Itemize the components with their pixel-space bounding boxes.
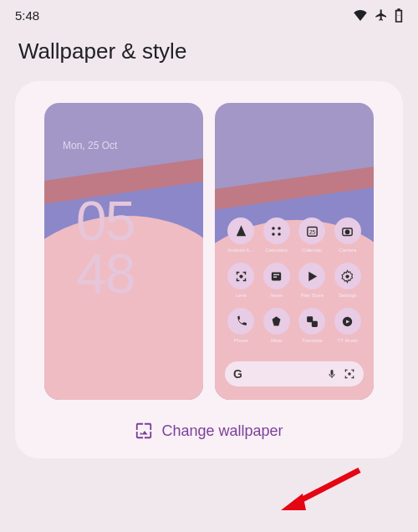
change-wallpaper-label: Change wallpaper <box>161 422 283 440</box>
app-item[interactable]: Camera <box>330 217 366 253</box>
app-item[interactable]: Calculator <box>259 217 295 253</box>
app-icon <box>263 308 290 335</box>
svg-rect-20 <box>273 276 277 277</box>
svg-point-33 <box>348 372 351 376</box>
svg-rect-32 <box>353 376 354 378</box>
svg-rect-0 <box>397 11 401 15</box>
app-item[interactable]: Translate <box>294 308 330 343</box>
svg-rect-23 <box>312 320 318 326</box>
app-label: Camera <box>339 248 356 253</box>
app-icon <box>298 263 325 289</box>
lock-clock: 05 48 <box>76 195 134 299</box>
annotation-arrow-icon <box>276 463 368 514</box>
mic-icon <box>327 368 337 380</box>
svg-rect-14 <box>237 278 237 281</box>
svg-rect-26 <box>345 370 346 372</box>
change-wallpaper-button[interactable]: Change wallpaper <box>33 422 385 440</box>
google-g-icon: G <box>233 367 242 381</box>
app-item[interactable]: YT Music <box>330 308 366 343</box>
app-label: YT Music <box>337 338 358 343</box>
svg-rect-12 <box>245 271 246 274</box>
svg-point-7 <box>345 229 350 234</box>
lock-date: Mon, 25 Oct <box>63 140 117 151</box>
app-label: Calendar <box>302 248 322 253</box>
svg-marker-35 <box>281 494 306 510</box>
airplane-icon <box>375 8 388 22</box>
app-item[interactable]: News <box>259 263 295 298</box>
svg-rect-30 <box>345 376 346 378</box>
app-grid: Android A…Calculator25CalendarCameraLens… <box>215 217 374 343</box>
page-title: Wallpaper & style <box>0 27 418 81</box>
app-item[interactable]: Android A… <box>223 217 259 253</box>
app-item[interactable]: Phone <box>223 308 259 343</box>
app-label: News <box>270 293 283 298</box>
app-icon <box>334 263 361 289</box>
svg-point-17 <box>239 274 242 278</box>
app-label: Translate <box>302 338 323 343</box>
app-label: Android A… <box>227 248 254 253</box>
app-icon <box>227 308 254 335</box>
app-label: Calculator <box>265 248 288 253</box>
svg-text:25: 25 <box>309 229 316 235</box>
svg-rect-28 <box>353 370 354 372</box>
app-icon <box>263 263 290 289</box>
app-label: Phone <box>234 338 248 343</box>
app-label: Play Store <box>300 293 324 298</box>
app-icon <box>227 217 254 244</box>
app-label: Settings <box>339 293 357 298</box>
status-bar: 5:48 <box>0 0 418 27</box>
app-icon <box>334 217 361 244</box>
status-icons <box>353 8 403 23</box>
svg-point-21 <box>346 274 349 278</box>
svg-point-2 <box>278 227 282 230</box>
app-icon <box>298 308 325 335</box>
app-item[interactable]: Wear <box>259 308 295 343</box>
svg-line-34 <box>294 470 359 504</box>
svg-rect-22 <box>307 316 313 322</box>
search-bar[interactable]: G <box>225 361 364 386</box>
lockscreen-preview[interactable]: Mon, 25 Oct 05 48 <box>44 103 203 400</box>
wifi-icon <box>353 9 368 21</box>
app-label: Wear <box>271 338 283 343</box>
app-item[interactable]: Settings <box>330 263 366 298</box>
homescreen-preview[interactable]: Android A…Calculator25CalendarCameraLens… <box>215 103 374 400</box>
wallpaper-icon <box>135 422 153 440</box>
app-icon <box>227 263 254 289</box>
lens-icon <box>344 368 355 380</box>
svg-point-4 <box>278 233 282 236</box>
app-icon <box>263 217 290 244</box>
app-icon: 25 <box>298 217 325 244</box>
app-item[interactable]: 25Calendar <box>294 217 330 253</box>
app-item[interactable]: Lens <box>223 263 259 298</box>
app-icon <box>334 308 361 335</box>
battery-icon <box>395 8 403 23</box>
svg-point-1 <box>272 227 275 230</box>
svg-point-3 <box>272 233 275 236</box>
app-label: Lens <box>236 293 247 298</box>
app-item[interactable]: Play Store <box>294 263 330 298</box>
preview-row: Mon, 25 Oct 05 48 Android A…Calculator25… <box>33 103 385 400</box>
wallpaper-card: Mon, 25 Oct 05 48 Android A…Calculator25… <box>15 81 403 458</box>
status-time: 5:48 <box>15 8 39 23</box>
svg-rect-16 <box>245 278 246 281</box>
svg-rect-19 <box>273 274 279 274</box>
svg-rect-10 <box>237 271 237 274</box>
